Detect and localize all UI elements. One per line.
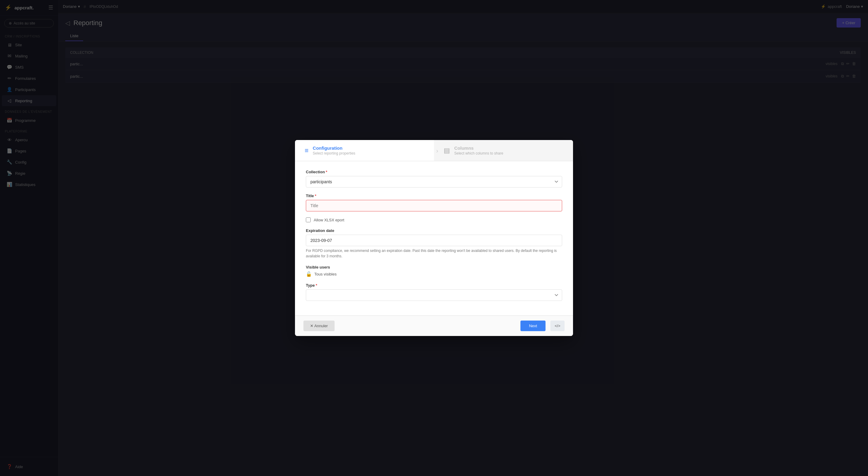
type-required: * xyxy=(315,283,317,288)
collection-select[interactable]: participants xyxy=(306,176,562,187)
form-group-title: Title * xyxy=(306,194,562,211)
modal-steps: ≡ Configuration Select reporting propert… xyxy=(295,140,573,161)
code-button[interactable]: </> xyxy=(550,321,564,331)
columns-step-title: Columns xyxy=(454,145,503,151)
cancel-button[interactable]: ✕ Annuler xyxy=(304,321,335,331)
columns-step-subtitle: Select which columns to share xyxy=(454,151,503,155)
modal-overlay: ≡ Configuration Select reporting propert… xyxy=(0,0,868,476)
step-configuration-text: Configuration Select reporting propertie… xyxy=(313,145,355,155)
form-group-collection: Collection * participants xyxy=(306,170,562,187)
configuration-step-title: Configuration xyxy=(313,145,355,151)
expiration-label: Expiration date xyxy=(306,228,562,233)
xlsx-checkbox-row: Allow XLSX eport xyxy=(306,217,562,222)
modal-body: Collection * participants Title * Allow … xyxy=(295,161,573,316)
form-group-type: Type * xyxy=(306,283,562,301)
configuration-step-icon: ≡ xyxy=(305,147,309,154)
next-button[interactable]: Next xyxy=(521,321,546,331)
type-select[interactable] xyxy=(306,290,562,301)
form-group-expiration: Expiration date For RGPD compliance, we … xyxy=(306,228,562,259)
collection-required: * xyxy=(326,170,327,174)
xlsx-label: Allow XLSX eport xyxy=(314,218,344,222)
xlsx-checkbox[interactable] xyxy=(306,217,311,222)
form-group-visible-users: Visible users 🔓 Tous visibles xyxy=(306,265,562,277)
visible-users-value: Tous visibles xyxy=(314,272,337,276)
footer-right: Next </> xyxy=(521,321,564,331)
visible-users-label: Visible users xyxy=(306,265,562,269)
step-columns-text: Columns Select which columns to share xyxy=(454,145,503,155)
columns-step-icon: ▤ xyxy=(444,147,450,154)
step-columns[interactable]: ▤ Columns Select which columns to share xyxy=(434,140,573,161)
users-icon: 🔓 xyxy=(306,271,312,277)
configuration-step-subtitle: Select reporting properties xyxy=(313,151,355,155)
title-input[interactable] xyxy=(306,200,562,211)
expiration-input[interactable] xyxy=(306,235,562,246)
modal: ≡ Configuration Select reporting propert… xyxy=(295,140,573,336)
modal-footer: ✕ Annuler Next </> xyxy=(295,316,573,336)
type-label: Type * xyxy=(306,283,562,288)
title-label: Title * xyxy=(306,194,562,198)
expiry-note: For RGPD compliance, we recommend settin… xyxy=(306,248,562,259)
step-configuration[interactable]: ≡ Configuration Select reporting propert… xyxy=(295,140,434,161)
title-required: * xyxy=(315,194,316,198)
collection-label: Collection * xyxy=(306,170,562,174)
visible-users-row: 🔓 Tous visibles xyxy=(306,271,562,277)
step-arrow-icon: › xyxy=(436,147,438,154)
